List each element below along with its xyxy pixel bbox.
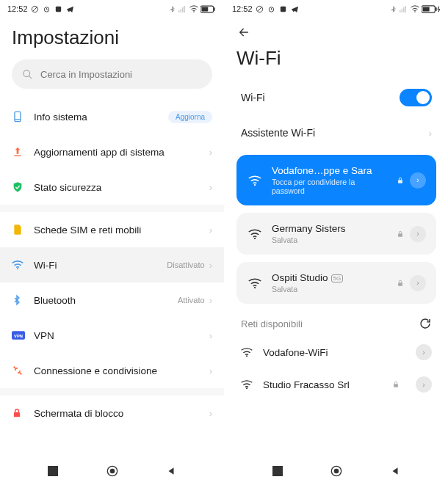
svg-point-38: [254, 237, 256, 238]
bluetooth-icon: [389, 4, 397, 13]
no-disturb-icon: [256, 4, 264, 13]
signal-icon: [178, 4, 187, 13]
row-wifi[interactable]: Wi-Fi Disattivato ›: [0, 247, 224, 282]
row-label: Bluetooth: [34, 295, 178, 306]
wifi-available-row[interactable]: Vodafone-WiFi ›: [225, 336, 448, 368]
settings-title: Impostazioni: [0, 18, 224, 59]
divider: [0, 388, 224, 395]
wifi-icon: [241, 380, 253, 389]
row-label: Schede SIM e reti mobili: [34, 225, 209, 236]
row-connessione[interactable]: Connessione e condivisione ›: [0, 353, 224, 388]
search-icon: [22, 69, 33, 80]
wifi-icon: [241, 348, 253, 357]
svg-rect-16: [14, 156, 21, 156]
svg-rect-3: [56, 6, 61, 11]
nav-back[interactable]: [389, 465, 401, 477]
row-info-sistema[interactable]: Info sistema Aggiorna: [0, 99, 224, 134]
nav-recent[interactable]: [47, 465, 59, 477]
nav-back[interactable]: [165, 465, 177, 477]
wifi-icon: [12, 259, 34, 271]
wifi-details-button[interactable]: ›: [416, 376, 432, 393]
vpn-icon: VPN: [12, 330, 34, 340]
svg-point-17: [17, 268, 18, 269]
chevron-right-icon: ›: [209, 260, 212, 271]
wifi-icon: [247, 175, 263, 186]
lock-icon: [392, 380, 400, 389]
update-badge[interactable]: Aggiorna: [168, 111, 212, 123]
status-time: 12:52: [232, 4, 253, 13]
wifi-status-icon: [189, 4, 198, 13]
row-status: Attivato: [178, 296, 205, 305]
row-bluetooth[interactable]: Bluetooth Attivato ›: [0, 282, 224, 318]
svg-rect-34: [423, 7, 430, 11]
wifi-name: Germany Sisters: [272, 223, 388, 234]
row-label: Wi-Fi: [34, 260, 167, 271]
telegram-icon: [291, 4, 300, 13]
back-button[interactable]: [225, 18, 448, 38]
wifi-details-button[interactable]: ›: [410, 275, 426, 291]
svg-rect-10: [201, 7, 208, 11]
wifi-toggle[interactable]: [400, 89, 432, 106]
wifi-name: Vodafone…ppe e Sara: [272, 165, 388, 176]
svg-rect-7: [184, 6, 186, 12]
shield-icon: [12, 181, 34, 193]
search-field[interactable]: [12, 59, 212, 89]
svg-line-13: [29, 76, 32, 79]
wifi-saved-card[interactable]: Germany Sisters Salvata ›: [236, 213, 436, 255]
svg-rect-35: [436, 7, 437, 11]
nav-home[interactable]: [330, 465, 342, 477]
wifi-saved-card[interactable]: Ospiti Studio5G Salvata ›: [236, 262, 436, 304]
lock-icon: [397, 176, 404, 185]
search-input[interactable]: [40, 69, 202, 80]
telegram-icon: [66, 4, 75, 13]
wifi-title: Wi-Fi: [225, 38, 448, 80]
signal-icon: [400, 4, 408, 13]
row-aggiornamenti[interactable]: Aggiornamenti app di sistema ›: [0, 134, 224, 169]
lock-icon: [397, 230, 404, 238]
battery-icon: [200, 4, 217, 13]
row-sim[interactable]: Schede SIM e reti mobili ›: [0, 212, 224, 247]
wifi-details-button[interactable]: ›: [410, 172, 426, 189]
wifi-details-button[interactable]: ›: [410, 226, 426, 242]
wifi-sub: Salvata: [272, 285, 388, 293]
app-icon: [279, 4, 288, 13]
nav-recent[interactable]: [272, 465, 283, 477]
wifi-pane: 12:52 Wi-Fi Wi-Fi Assistente Wi-Fi ›: [224, 0, 448, 485]
status-bar: 12:52: [0, 0, 224, 18]
wifi-available-row[interactable]: Studio Fracasso Srl ›: [225, 368, 448, 401]
row-stato-sicurezza[interactable]: Stato sicurezza ›: [0, 169, 224, 205]
wifi-toggle-row[interactable]: Wi-Fi: [225, 80, 448, 115]
nav-bar: [225, 460, 448, 485]
svg-point-32: [414, 11, 416, 12]
svg-line-25: [258, 7, 262, 11]
chevron-right-icon: ›: [209, 182, 212, 193]
battery-charging-icon: [422, 4, 441, 13]
divider: [0, 205, 224, 212]
wifi-connected-card[interactable]: Vodafone…ppe e Sara Tocca per condivider…: [236, 155, 436, 205]
wifi-name: Vodafone-WiFi: [263, 347, 405, 358]
chevron-right-icon: ›: [209, 147, 212, 158]
wifi-sub: Tocca per condividere la password: [272, 178, 388, 195]
svg-rect-37: [398, 180, 402, 183]
svg-rect-5: [181, 9, 182, 12]
no-disturb-icon: [31, 4, 40, 13]
status-time: 12:52: [7, 4, 28, 13]
phone-icon: [12, 111, 34, 123]
wifi-assistant-row[interactable]: Assistente Wi-Fi ›: [225, 115, 448, 150]
row-status: Disattivato: [167, 260, 204, 269]
nav-home[interactable]: [106, 465, 118, 477]
app-icon: [54, 4, 63, 13]
wifi-details-button[interactable]: ›: [416, 344, 432, 360]
svg-point-42: [246, 355, 248, 357]
wifi-name: Studio Fracasso Srl: [263, 379, 382, 390]
row-blocco[interactable]: Schermata di blocco ›: [0, 395, 224, 431]
svg-rect-20: [14, 412, 20, 417]
sim-icon: [12, 224, 34, 236]
wifi-assistant-label: Assistente Wi-Fi: [241, 127, 429, 139]
wifi-icon: [247, 278, 263, 288]
row-label: Aggiornamenti app di sistema: [34, 147, 209, 158]
svg-text:VPN: VPN: [14, 334, 23, 338]
svg-rect-11: [214, 7, 214, 10]
row-vpn[interactable]: VPN VPN ›: [0, 318, 224, 353]
refresh-button[interactable]: [419, 317, 432, 330]
